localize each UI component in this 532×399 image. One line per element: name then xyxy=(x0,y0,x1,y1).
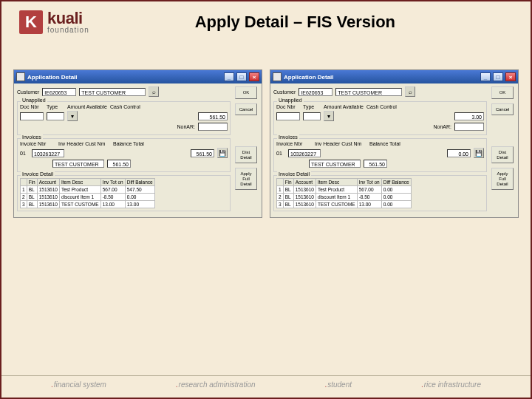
save-icon[interactable]: 💾 xyxy=(474,148,484,158)
detail-table: Fin Account Item Desc Inv Tot on Diff Ba… xyxy=(20,178,155,208)
customer-label: Customer xyxy=(273,89,296,95)
inv-idx: 01 xyxy=(276,151,285,156)
invcust-header: Inv Header Cust Nm xyxy=(315,141,366,146)
invcust-header: Inv Header Cust Nm xyxy=(58,141,110,146)
close-button[interactable]: × xyxy=(249,72,259,81)
footer-research: research administration xyxy=(176,381,256,389)
footer-student: student xyxy=(324,381,352,389)
apply-full-button[interactable]: Apply Full Detail xyxy=(491,168,514,190)
inv-bal2: 561.50 xyxy=(107,160,131,168)
type-field[interactable] xyxy=(47,112,64,120)
th-fin: Fin xyxy=(283,179,293,186)
nonar-label: NonAR: xyxy=(433,124,451,129)
inv-nbr[interactable]: 103263227 xyxy=(32,149,64,157)
maximize-button[interactable]: □ xyxy=(236,72,247,81)
inv-cust: TEST CUSTOMER xyxy=(309,160,361,168)
table-row[interactable]: 1BL1513610Test Product567.00547.50 xyxy=(21,186,155,194)
maximize-button[interactable]: □ xyxy=(493,72,503,81)
ok-button[interactable]: OK xyxy=(235,86,257,99)
customer-code[interactable]: IE620653 xyxy=(42,88,76,96)
windows-row: Application Detail _ □ × Customer IE6206… xyxy=(1,40,531,218)
cashcontrol-label: Cash Control xyxy=(110,104,140,109)
detail-table: Fin Account Item Desc Inv Tot on Diff Ba… xyxy=(276,178,412,208)
lookup-icon[interactable]: ⌕ xyxy=(149,86,159,97)
amount-header: Amount Available xyxy=(67,104,107,109)
inv-cust: TEST CUSTOMER xyxy=(52,160,104,168)
invoices-section: Invoices Invoice Nbr Inv Header Cust Nm … xyxy=(17,138,231,172)
footer-financial: financial system xyxy=(51,381,106,389)
unapplied-title: Unapplied xyxy=(21,98,47,103)
invoice-detail-section: Invoice Detail Fin Account Item Desc Inv… xyxy=(17,175,231,211)
chevron-down-icon[interactable]: ▾ xyxy=(67,111,78,121)
table-row[interactable]: 1BL1513610Test Product567.000.00 xyxy=(277,186,412,194)
cashcontrol-value[interactable]: 3.00 xyxy=(454,112,484,120)
docnbr-field[interactable] xyxy=(20,112,44,120)
unapplied-section: Unapplied Doc Nbr Type Amount Available … xyxy=(273,101,487,135)
table-row[interactable]: 3BL1513610TEST CUSTOME13.0013.00 xyxy=(21,201,155,208)
customer-code[interactable]: IE620653 xyxy=(299,88,332,96)
inv-idx: 01 xyxy=(20,151,29,156)
th-diff: Diff Balance xyxy=(125,179,154,186)
app-icon xyxy=(273,72,282,81)
window-title: Application Detail xyxy=(27,74,222,81)
titlebar[interactable]: Application Detail _ □ × xyxy=(270,70,518,83)
cancel-button[interactable]: Cancel xyxy=(235,103,257,116)
type-header: Type xyxy=(47,104,64,109)
table-row[interactable]: 3BL1513610TEST CUSTOME13.000.00 xyxy=(277,201,412,208)
docnbr-header: Doc Nbr xyxy=(20,104,44,109)
type-header: Type xyxy=(303,104,321,109)
unapplied-section: Unapplied Doc Nbr Type Amount Available … xyxy=(17,101,231,135)
type-field[interactable] xyxy=(303,112,321,120)
th-fin: Fin xyxy=(27,179,37,186)
dist-detail-button[interactable]: Dist Detail xyxy=(491,146,514,163)
cashcontrol-value[interactable]: 561.50 xyxy=(198,112,228,120)
inv-nbr[interactable]: 103263227 xyxy=(288,149,321,157)
invoices-section: Invoices Invoice Nbr Inv Header Cust Nm … xyxy=(273,138,487,172)
nonar-label: NonAR: xyxy=(177,124,195,129)
app-window-right: Application Detail _ □ × Customer IE6206… xyxy=(270,69,519,218)
minimize-button[interactable]: _ xyxy=(480,72,491,81)
invoices-title: Invoices xyxy=(21,134,43,140)
detail-title: Invoice Detail xyxy=(277,171,311,177)
docnbr-field[interactable] xyxy=(276,112,300,120)
ok-button[interactable]: OK xyxy=(491,86,514,99)
save-icon[interactable]: 💾 xyxy=(217,148,228,158)
minimize-button[interactable]: _ xyxy=(224,72,234,81)
th-inv: Inv Tot on xyxy=(357,179,381,186)
amount-header: Amount Available xyxy=(324,104,364,109)
invoices-title: Invoices xyxy=(277,134,299,140)
unapplied-title: Unapplied xyxy=(277,98,304,103)
table-row[interactable]: 2BL1513610discount Item 1-8.500.00 xyxy=(277,194,412,201)
th-acct: Account xyxy=(37,179,59,186)
bal-header: Balance Total xyxy=(113,141,144,146)
bal-header: Balance Total xyxy=(369,141,400,146)
inv-bal1: 561.50 xyxy=(191,149,214,157)
logo-mark: K xyxy=(19,10,43,34)
invnbr-header: Invoice Nbr xyxy=(276,141,312,146)
nonar-field[interactable] xyxy=(198,123,228,131)
customer-name[interactable]: TEST CUSTOMER xyxy=(79,88,146,96)
apply-full-button[interactable]: Apply Full Detail xyxy=(235,168,257,190)
invnbr-header: Invoice Nbr xyxy=(20,141,55,146)
th-acct: Account xyxy=(293,179,316,186)
customer-name[interactable]: TEST CUSTOMER xyxy=(335,88,402,96)
th-item: Item Desc xyxy=(59,179,100,186)
window-title: Application Detail xyxy=(284,74,478,81)
chevron-down-icon[interactable]: ▾ xyxy=(324,111,334,121)
footer: financial system research administration… xyxy=(1,375,531,389)
titlebar[interactable]: Application Detail _ □ × xyxy=(14,70,262,83)
dist-detail-button[interactable]: Dist Detail xyxy=(235,146,257,163)
table-row[interactable]: 2BL1513610discount Item 1-8.500.00 xyxy=(21,194,155,201)
detail-title: Invoice Detail xyxy=(21,171,55,177)
docnbr-header: Doc Nbr xyxy=(276,104,300,109)
header: K kuali foundation Apply Detail – FIS Ve… xyxy=(1,1,531,40)
lookup-icon[interactable]: ⌕ xyxy=(405,86,415,97)
cashcontrol-label: Cash Control xyxy=(366,104,397,109)
inv-bal1: 0.00 xyxy=(447,149,471,157)
nonar-field[interactable] xyxy=(454,123,484,131)
th-inv: Inv Tot on xyxy=(100,179,125,186)
close-button[interactable]: × xyxy=(505,72,516,81)
app-icon xyxy=(16,72,25,81)
cancel-button[interactable]: Cancel xyxy=(491,103,514,116)
inv-bal2: 561.50 xyxy=(364,160,387,168)
